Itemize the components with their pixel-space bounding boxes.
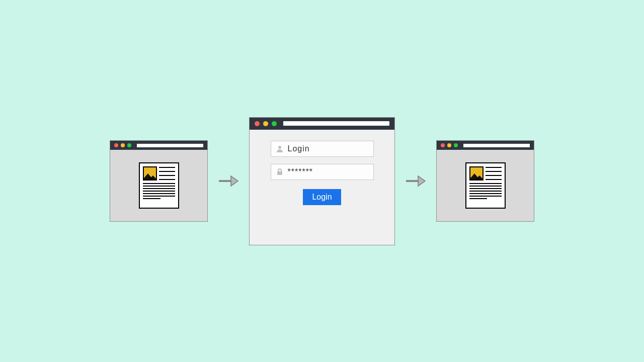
svg-marker-1 [231, 176, 238, 186]
url-bar [137, 144, 203, 147]
titlebar [110, 141, 207, 150]
svg-marker-5 [418, 176, 425, 186]
login-flow-diagram: Login ******* Login [110, 117, 534, 245]
minimize-icon [447, 143, 451, 147]
close-icon [441, 143, 445, 147]
document-image-icon [143, 166, 157, 180]
document-icon [465, 162, 506, 209]
maximize-icon [454, 143, 458, 147]
svg-rect-3 [277, 171, 282, 175]
arrow-right-icon [218, 175, 239, 187]
document-image-icon [469, 166, 484, 180]
minimize-icon [263, 121, 268, 126]
login-window: Login ******* Login [249, 117, 395, 245]
username-field[interactable]: Login [271, 141, 374, 157]
titlebar [437, 141, 534, 150]
close-icon [114, 143, 118, 147]
maximize-icon [127, 143, 131, 147]
minimize-icon [121, 143, 125, 147]
document-icon [139, 162, 179, 209]
arrow-right-icon [405, 175, 426, 187]
content-area [110, 150, 207, 221]
password-field[interactable]: ******* [271, 164, 374, 180]
destination-content-window [436, 140, 534, 222]
login-form: Login ******* Login [250, 130, 394, 245]
content-area [437, 150, 534, 221]
lock-icon [276, 168, 284, 176]
login-button[interactable]: Login [303, 189, 341, 205]
username-placeholder: Login [288, 144, 310, 153]
url-bar [283, 121, 389, 126]
maximize-icon [272, 121, 277, 126]
close-icon [255, 121, 260, 126]
url-bar [463, 144, 530, 147]
svg-point-2 [278, 146, 281, 149]
password-value: ******* [288, 167, 313, 176]
user-icon [276, 145, 284, 153]
titlebar [250, 118, 394, 130]
source-content-window [110, 140, 208, 222]
